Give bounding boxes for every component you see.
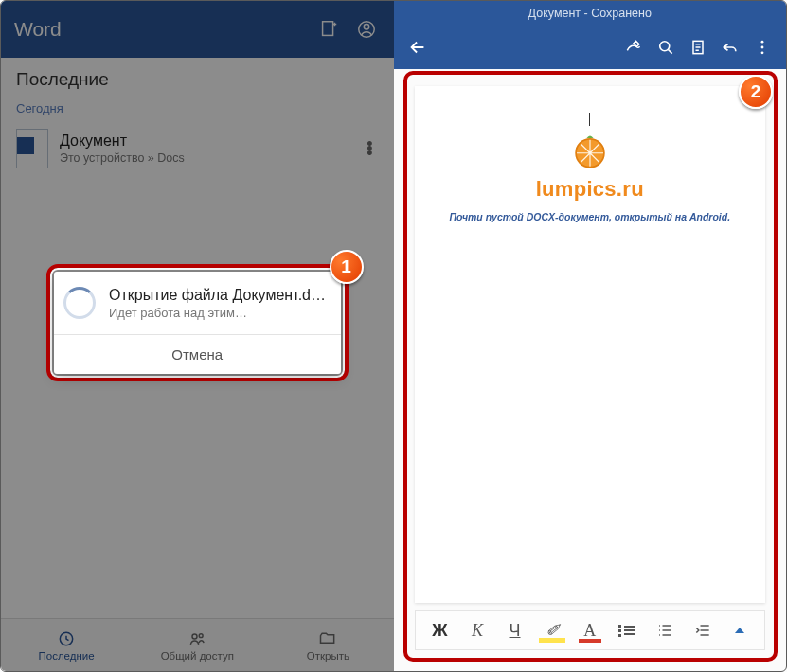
- doc-more-icon[interactable]: •••: [356, 142, 385, 156]
- brand-text: lumpics.ru: [434, 177, 747, 202]
- right-screenshot: Документ - Сохранено 2: [394, 1, 787, 671]
- doc-caption: Почти пустой DOCX-документ, открытый на …: [434, 211, 747, 222]
- editor-toolbar: [394, 26, 787, 69]
- word-file-icon: [16, 129, 48, 168]
- highlight-button[interactable]: ✐: [535, 614, 569, 646]
- app-title: Word: [14, 18, 305, 41]
- left-blank-area: [1, 178, 394, 618]
- dialog-cancel-button[interactable]: Отмена: [54, 334, 341, 374]
- numbering-button[interactable]: [648, 614, 682, 646]
- account-icon[interactable]: [352, 15, 381, 44]
- tab-recent[interactable]: Последние: [1, 619, 132, 671]
- draw-icon[interactable]: [617, 31, 650, 63]
- underline-button[interactable]: Ч: [498, 614, 532, 646]
- caret-up-icon: [735, 628, 744, 633]
- document-page[interactable]: lumpics.ru Почти пустой DOCX-документ, о…: [415, 86, 766, 603]
- dialog-body: Открытие файла Документ.docx… Идет работ…: [54, 272, 341, 334]
- tab-shared[interactable]: Общий доступ: [132, 619, 262, 671]
- font-color-button[interactable]: A: [573, 614, 607, 646]
- svg-point-5: [200, 633, 204, 637]
- new-doc-icon[interactable]: [314, 15, 343, 44]
- svg-point-8: [761, 41, 764, 44]
- opening-dialog: Открытие файла Документ.docx… Идет работ…: [54, 272, 341, 374]
- step-badge-2: 2: [739, 75, 773, 109]
- doc-name: Документ: [60, 133, 356, 150]
- doc-title-bar: Документ - Сохранено: [394, 1, 787, 26]
- step-badge-1: 1: [330, 250, 364, 284]
- more-icon[interactable]: [746, 31, 778, 63]
- svg-point-4: [192, 634, 197, 639]
- bold-button[interactable]: Ж: [422, 614, 456, 646]
- tab-open-label: Открыть: [307, 650, 349, 662]
- left-header: Word: [1, 1, 394, 58]
- tab-shared-label: Общий доступ: [161, 650, 234, 662]
- italic-button[interactable]: К: [460, 614, 494, 646]
- day-label: Сегодня: [1, 96, 394, 119]
- doc-path: Это устройство » Docs: [60, 151, 356, 165]
- indent-button[interactable]: [686, 614, 720, 646]
- svg-point-2: [364, 25, 369, 30]
- dialog-title: Открытие файла Документ.docx…: [109, 287, 328, 304]
- orange-icon: [570, 132, 610, 171]
- undo-icon[interactable]: [714, 31, 746, 63]
- expand-toolbar-button[interactable]: [723, 614, 757, 646]
- svg-point-6: [660, 42, 670, 51]
- left-screenshot: Word Последние Сегодня Документ Это устр…: [1, 1, 394, 671]
- svg-point-9: [761, 46, 764, 49]
- dialog-highlight: Открытие файла Документ.docx… Идет работ…: [46, 264, 349, 381]
- bottom-tabs: Последние Общий доступ Открыть: [1, 618, 394, 671]
- spinner-icon: [63, 287, 96, 319]
- dialog-subtitle: Идет работа над этим…: [109, 306, 328, 320]
- svg-rect-0: [322, 22, 332, 36]
- search-icon[interactable]: [650, 31, 682, 63]
- section-heading: Последние: [1, 58, 394, 96]
- back-icon[interactable]: [402, 31, 434, 63]
- text-cursor: [589, 113, 590, 126]
- format-toolbar: Ж К Ч ✐ A: [415, 610, 766, 650]
- bullets-button[interactable]: [610, 614, 644, 646]
- tab-recent-label: Последние: [39, 650, 95, 662]
- tab-open[interactable]: Открыть: [262, 619, 393, 671]
- doc-text: Документ Это устройство » Docs: [60, 133, 356, 165]
- svg-point-10: [761, 51, 764, 54]
- recent-doc-row[interactable]: Документ Это устройство » Docs •••: [1, 119, 394, 178]
- reading-view-icon[interactable]: [682, 31, 714, 63]
